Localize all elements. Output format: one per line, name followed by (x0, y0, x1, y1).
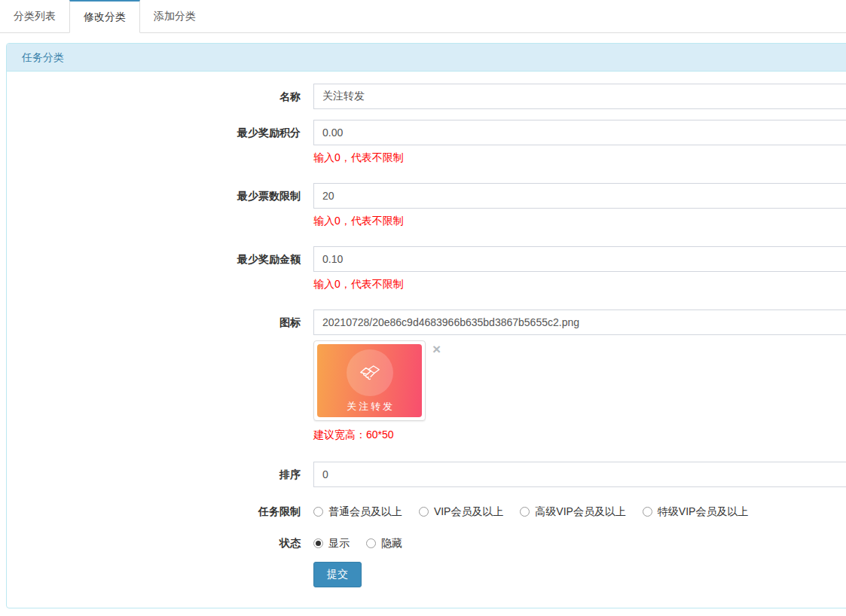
sort-input[interactable] (313, 462, 846, 487)
tab-category-list[interactable]: 分类列表 (0, 0, 69, 32)
radio-icon[interactable] (313, 507, 323, 517)
task-limit-label: 任务限制 (7, 505, 301, 517)
icon-size-hint: 建议宽高：60*50 (313, 428, 846, 441)
radio-option-label: 隐藏 (381, 537, 402, 549)
status-label: 状态 (7, 537, 301, 549)
min-amount-label: 最少奖励金额 (7, 246, 301, 272)
radio-checked-icon[interactable] (313, 538, 323, 548)
icon-preview-image: 关注转发 (317, 344, 422, 417)
radio-option-normal-member[interactable]: 普通会员及以上 (313, 505, 402, 517)
radio-option-label: 普通会员及以上 (328, 505, 402, 517)
admin-page: 分类列表 修改分类 添加分类 任务分类 名称 最少奖励积分 输入0，代表不限制 (0, 0, 846, 616)
radio-option-vip-member[interactable]: VIP会员及以上 (419, 505, 504, 517)
form-row-sort: 排序 (7, 462, 846, 487)
radio-option-label: VIP会员及以上 (434, 505, 504, 517)
min-amount-hint: 输入0，代表不限制 (313, 278, 846, 290)
tab-edit-category[interactable]: 修改分类 (69, 0, 140, 33)
radio-option-label: 高级VIP会员及以上 (535, 505, 626, 517)
min-points-hint: 输入0，代表不限制 (313, 151, 846, 163)
icon-label: 图标 (7, 310, 301, 335)
min-amount-input[interactable] (313, 246, 846, 272)
sort-label: 排序 (7, 462, 301, 487)
min-votes-input[interactable] (313, 183, 846, 209)
radio-icon[interactable] (366, 538, 376, 548)
form-row-submit: 提交 (7, 562, 846, 587)
min-points-label: 最少奖励积分 (7, 120, 301, 145)
radio-icon[interactable] (520, 507, 530, 517)
submit-button[interactable]: 提交 (313, 562, 362, 587)
handshake-icon (357, 360, 383, 386)
radio-option-label: 显示 (328, 537, 350, 549)
tab-add-category[interactable]: 添加分类 (140, 0, 209, 32)
min-votes-hint: 输入0，代表不限制 (313, 215, 846, 227)
remove-image-icon[interactable]: × (432, 342, 441, 356)
icon-path-input[interactable] (313, 310, 846, 335)
min-points-input[interactable] (313, 120, 846, 145)
form-row-name: 名称 (7, 84, 846, 109)
radio-option-show[interactable]: 显示 (313, 537, 350, 549)
radio-icon[interactable] (419, 507, 429, 517)
radio-option-label: 特级VIP会员及以上 (658, 505, 749, 517)
icon-circle-backdrop (347, 349, 393, 396)
icon-preview-thumbnail: 关注转发 (313, 340, 426, 421)
icon-preview-caption: 关注转发 (344, 400, 395, 413)
form-row-task-limit: 任务限制 普通会员及以上 VIP会员及以上 高级VIP会员及以上 特级VIP会员… (7, 505, 846, 517)
min-votes-label: 最少票数限制 (7, 183, 301, 209)
form-row-status: 状态 显示 隐藏 (7, 537, 846, 549)
task-category-panel: 任务分类 名称 最少奖励积分 输入0，代表不限制 最少票数限制 (6, 43, 846, 608)
name-label: 名称 (7, 84, 301, 109)
form-row-min-votes: 最少票数限制 输入0，代表不限制 (7, 183, 846, 227)
name-input[interactable] (313, 84, 846, 109)
panel-title: 任务分类 (7, 44, 846, 72)
radio-option-hide[interactable]: 隐藏 (366, 537, 402, 549)
radio-option-super-vip-member[interactable]: 特级VIP会员及以上 (643, 505, 749, 517)
radio-icon[interactable] (643, 507, 652, 517)
edit-category-form: 名称 最少奖励积分 输入0，代表不限制 最少票数限制 输入0，代表不限制 (7, 72, 846, 608)
form-row-icon: 图标 (7, 310, 846, 441)
radio-option-senior-vip-member[interactable]: 高级VIP会员及以上 (520, 505, 626, 517)
form-row-min-amount: 最少奖励金额 输入0，代表不限制 (7, 246, 846, 290)
form-row-min-points: 最少奖励积分 输入0，代表不限制 (7, 120, 846, 163)
tab-bar: 分类列表 修改分类 添加分类 (0, 0, 846, 33)
